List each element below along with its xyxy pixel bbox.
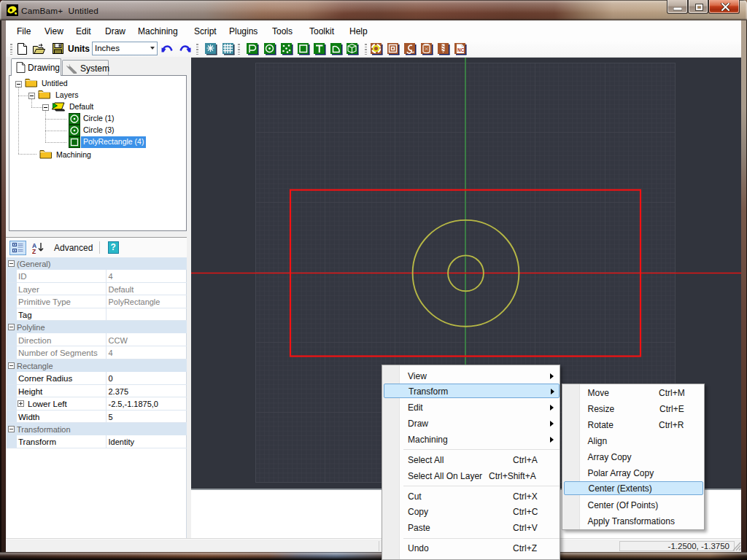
svg-text:Z: Z bbox=[32, 247, 36, 254]
svg-text:NC: NC bbox=[457, 47, 465, 52]
